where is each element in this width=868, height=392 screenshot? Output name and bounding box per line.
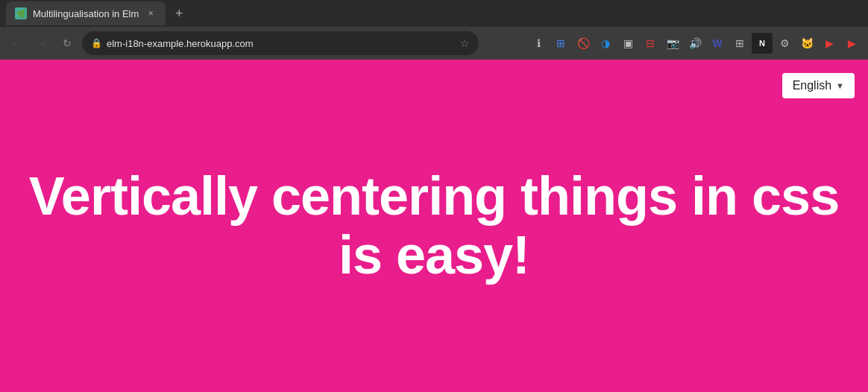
hero-heading-line2: is easy! <box>339 225 529 285</box>
language-label: English <box>793 79 831 92</box>
tab-favicon: 🌿 <box>15 7 27 19</box>
bookmark-icon[interactable]: ☆ <box>460 37 470 49</box>
hero-heading-line1: Vertically centering things in css <box>29 166 839 226</box>
tab-bar: 🌿 Multilingualisation in Elm × + <box>0 0 868 27</box>
extension-3-icon[interactable]: 🔊 <box>685 33 705 54</box>
hero-section: Vertically centering things in css is ea… <box>14 167 854 285</box>
back-button[interactable]: ← <box>6 33 27 54</box>
ad-block-icon[interactable]: 🚫 <box>573 33 594 54</box>
new-tab-button[interactable]: + <box>169 3 189 24</box>
extension-4-icon[interactable]: W <box>707 33 728 54</box>
active-tab[interactable]: 🌿 Multilingualisation in Elm × <box>6 1 166 25</box>
extension-7-icon[interactable]: ▶ <box>841 33 862 54</box>
extension-5-icon[interactable]: ⊞ <box>729 33 750 54</box>
url-text: elm-i18n-example.herokuapp.com <box>107 38 456 49</box>
extension-6-icon[interactable]: 🐱 <box>796 33 817 54</box>
extension-1-icon[interactable]: ⊟ <box>640 33 661 54</box>
forward-button[interactable]: → <box>31 33 52 54</box>
lock-icon: 🔒 <box>91 38 102 48</box>
browser-toolbar: ℹ ⊞ 🚫 ◑ ▣ ⊟ 📷 🔊 W ⊞ N ⚙ 🐱 ▶ ▶ <box>483 33 862 54</box>
browser-chrome: 🌿 Multilingualisation in Elm × + ← → ↻ 🔒… <box>0 0 868 60</box>
tab-title: Multilingualisation in Elm <box>33 8 139 19</box>
address-bar: ← → ↻ 🔒 elm-i18n-example.herokuapp.com ☆… <box>0 27 868 60</box>
youtube-icon[interactable]: ▶ <box>819 33 840 54</box>
hero-heading: Vertically centering things in css is ea… <box>29 167 839 285</box>
settings-icon[interactable]: ⚙ <box>774 33 795 54</box>
notion-icon[interactable]: N <box>752 33 773 54</box>
reload-button[interactable]: ↻ <box>57 33 78 54</box>
chevron-down-icon: ▼ <box>836 81 844 90</box>
page-content: English ▼ Vertically centering things in… <box>0 60 868 392</box>
extensions-icon[interactable]: ⊞ <box>550 33 571 54</box>
extension-2-icon[interactable]: 📷 <box>662 33 683 54</box>
translate-icon[interactable]: ▣ <box>617 33 638 54</box>
info-icon[interactable]: ℹ <box>528 33 549 54</box>
vpn-icon[interactable]: ◑ <box>595 33 616 54</box>
url-bar[interactable]: 🔒 elm-i18n-example.herokuapp.com ☆ <box>82 31 479 55</box>
tab-close-button[interactable]: × <box>145 7 157 19</box>
language-selector-button[interactable]: English ▼ <box>782 73 855 98</box>
